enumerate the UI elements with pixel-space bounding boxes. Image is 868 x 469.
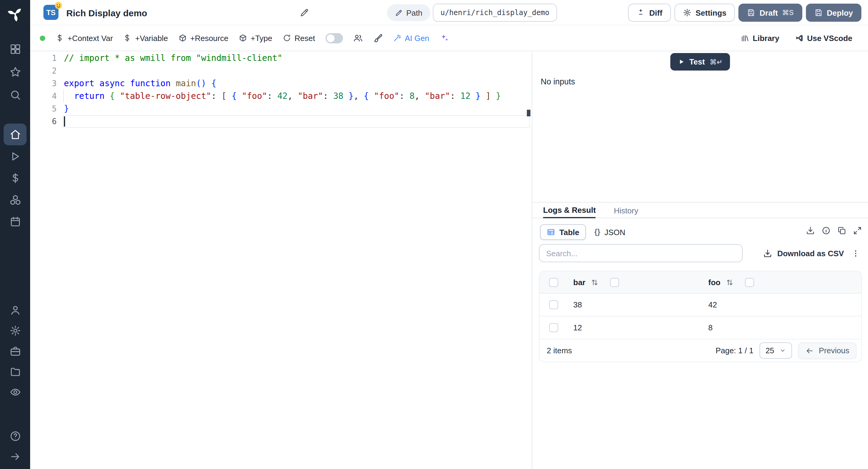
result-table: barfoo 3842128 2 items Page: 1 / 1 25 Pr… bbox=[539, 271, 862, 362]
view-json-button[interactable]: {} JSON bbox=[588, 224, 631, 240]
vscode-icon bbox=[795, 34, 804, 42]
page-size-value: 25 bbox=[766, 346, 774, 355]
run-result-panel: Test ⌘↵ No inputs Logs & Result History … bbox=[532, 52, 868, 469]
apps-icon bbox=[9, 43, 21, 55]
code-line-3[interactable]: export async function main() { bbox=[64, 77, 530, 90]
toolbar-right: Library Use VScode bbox=[741, 33, 852, 42]
sidebar-item-folder[interactable] bbox=[4, 361, 27, 382]
result-tabs: Logs & Result History bbox=[532, 202, 868, 218]
tab-history[interactable]: History bbox=[614, 202, 638, 218]
tab-logs-result[interactable]: Logs & Result bbox=[543, 202, 596, 218]
table-footer: 2 items Page: 1 / 1 25 Previous bbox=[539, 339, 861, 362]
row-checkbox[interactable] bbox=[549, 300, 558, 309]
pagination: Page: 1 / 1 25 Previous bbox=[715, 342, 857, 359]
use-vscode-button[interactable]: Use VScode bbox=[795, 33, 852, 42]
sidebar-item-user[interactable] bbox=[4, 300, 27, 320]
add-variable-button[interactable]: +Variable bbox=[123, 33, 168, 42]
search-input[interactable] bbox=[539, 244, 743, 262]
row-checkbox[interactable] bbox=[549, 323, 558, 332]
diff-mode-toggle[interactable] bbox=[325, 33, 343, 43]
draft-label: Draft bbox=[760, 8, 778, 17]
format-brush-icon[interactable] bbox=[373, 33, 382, 43]
test-button[interactable]: Test ⌘↵ bbox=[670, 53, 730, 70]
sidebar-item-resources[interactable] bbox=[4, 189, 27, 210]
users-icon[interactable] bbox=[353, 33, 363, 43]
sidebar bbox=[0, 0, 30, 469]
view-table-button[interactable]: Table bbox=[540, 224, 586, 240]
table-cell: 42 bbox=[701, 300, 861, 309]
code-line-6[interactable] bbox=[64, 115, 530, 128]
path-button[interactable]: Path bbox=[387, 4, 430, 21]
add-type-button[interactable]: +Type bbox=[239, 33, 273, 42]
deploy-label: Deploy bbox=[827, 8, 853, 17]
table-row[interactable]: 3842 bbox=[539, 293, 861, 316]
sparkles-icon[interactable] bbox=[439, 33, 449, 43]
edit-summary-pencil-icon[interactable] bbox=[300, 8, 309, 18]
copy-result-icon[interactable] bbox=[837, 226, 846, 235]
download-icon bbox=[764, 249, 772, 258]
folder-icon bbox=[9, 366, 21, 377]
windmill-logo-icon[interactable] bbox=[7, 6, 23, 22]
code-line-5[interactable]: } bbox=[64, 102, 530, 115]
library-button[interactable]: Library bbox=[741, 33, 779, 42]
reset-label: Reset bbox=[294, 33, 315, 42]
add-resource-button[interactable]: +Resource bbox=[178, 33, 228, 42]
diff-label: Diff bbox=[649, 8, 662, 17]
code-line-2[interactable] bbox=[64, 64, 530, 77]
download-result-icon[interactable] bbox=[806, 226, 815, 235]
sidebar-item-calendar[interactable] bbox=[4, 210, 27, 232]
expand-result-icon[interactable] bbox=[853, 226, 862, 235]
diff-button[interactable]: Diff bbox=[628, 4, 671, 22]
sidebar-item-gear[interactable] bbox=[4, 320, 27, 341]
settings-button[interactable]: Settings bbox=[675, 4, 735, 22]
line-number: 2 bbox=[30, 64, 57, 77]
column-checkbox[interactable] bbox=[610, 278, 619, 287]
sidebar-item-arrow-right[interactable] bbox=[4, 446, 27, 467]
reset-button[interactable]: Reset bbox=[282, 33, 315, 42]
table-view-label: Table bbox=[559, 227, 579, 237]
sidebar-item-star[interactable] bbox=[4, 60, 27, 83]
sidebar-item-search[interactable] bbox=[4, 83, 27, 106]
line-number: 5 bbox=[30, 102, 57, 115]
sidebar-item-dollar[interactable] bbox=[4, 167, 27, 189]
sidebar-item-home[interactable] bbox=[4, 124, 27, 145]
path-value[interactable]: u/henri/rich_display_demo bbox=[433, 4, 557, 22]
resources-icon bbox=[9, 194, 21, 205]
eye-icon bbox=[9, 386, 21, 398]
ai-gen-button[interactable]: AI Gen bbox=[393, 33, 429, 42]
cell-value: 42 bbox=[708, 300, 717, 309]
sidebar-item-briefcase[interactable] bbox=[4, 341, 27, 361]
previous-page-button[interactable]: Previous bbox=[798, 342, 857, 359]
page-size-select[interactable]: 25 bbox=[760, 342, 792, 359]
wand-icon bbox=[393, 34, 401, 42]
test-label: Test bbox=[689, 57, 705, 66]
sidebar-group-main bbox=[4, 124, 27, 232]
info-icon[interactable] bbox=[822, 226, 831, 235]
code-line-4[interactable]: return { "table-row-object": [ { "foo": … bbox=[64, 90, 530, 102]
sort-icon[interactable] bbox=[591, 278, 598, 286]
reset-icon bbox=[282, 34, 291, 42]
diff-icon bbox=[637, 8, 645, 17]
code-editor[interactable]: 123456 // import * as wmill from "windmi… bbox=[30, 52, 531, 469]
add-context-var-button[interactable]: +Context Var bbox=[56, 33, 113, 42]
windmill-script-editor: TS Rich Display demo Path u/henri/rich_d… bbox=[0, 0, 868, 469]
line-number: 4 bbox=[30, 90, 57, 102]
status-dot bbox=[40, 35, 45, 41]
code-content[interactable]: // import * as wmill from "windmill-clie… bbox=[64, 52, 530, 128]
draft-button[interactable]: Draft ⌘S bbox=[738, 4, 802, 22]
sidebar-item-help[interactable] bbox=[4, 426, 27, 446]
table-body: 3842128 bbox=[539, 293, 861, 339]
download-csv-button[interactable]: Download as CSV bbox=[758, 244, 849, 262]
sidebar-item-eye[interactable] bbox=[4, 382, 27, 402]
select-all-checkbox[interactable] bbox=[549, 278, 558, 287]
sort-icon[interactable] bbox=[726, 278, 734, 286]
deploy-button[interactable]: Deploy bbox=[806, 4, 861, 22]
table-row[interactable]: 128 bbox=[539, 316, 861, 339]
sidebar-item-play[interactable] bbox=[4, 145, 27, 167]
column-checkbox[interactable] bbox=[745, 278, 754, 287]
table-menu-button[interactable] bbox=[849, 244, 862, 262]
sidebar-item-apps[interactable] bbox=[4, 37, 27, 60]
code-line-1[interactable]: // import * as wmill from "windmill-clie… bbox=[64, 52, 530, 64]
dollar-icon bbox=[56, 34, 64, 42]
column-header-bar: bar bbox=[566, 278, 701, 287]
